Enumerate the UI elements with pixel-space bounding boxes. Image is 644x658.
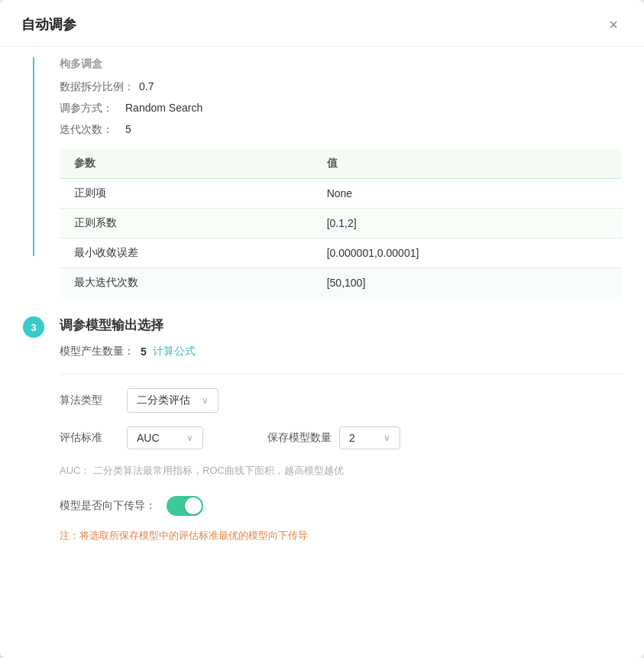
save-count-select[interactable]: 2 ∨ — [339, 426, 400, 449]
param-cell: 正则系数 — [60, 209, 313, 238]
eval-std-value: AUC — [137, 432, 160, 444]
algo-type-value: 二分类评估 — [137, 394, 190, 407]
save-count-label: 保存模型数量 — [267, 431, 332, 445]
section1-partial-title: 枸多调盒 — [60, 57, 623, 71]
eval-std-chevron-icon: ∨ — [186, 433, 193, 443]
algo-type-row: 算法类型 二分类评估 ∨ — [60, 388, 623, 413]
param-table: 参数 值 正则项None正则系数[0.1,2]最小收敛误差[0.000001,0… — [60, 148, 623, 298]
close-button[interactable]: × — [604, 15, 623, 34]
step3-section: 3 调参模型输出选择 模型产生数量： 5 计算公式 算法类型 二分类评估 — [21, 309, 623, 544]
param-cell: 最大迭代次数 — [60, 268, 313, 298]
eval-std-select[interactable]: AUC ∨ — [127, 426, 203, 449]
algo-type-chevron-icon: ∨ — [202, 395, 209, 406]
eval-std-label: 评估标准 — [60, 431, 108, 445]
data-split-value: 0.7 — [139, 79, 154, 95]
algo-type-label: 算法类型 — [60, 394, 108, 407]
table-header-value: 值 — [313, 149, 623, 179]
auc-description: AUC： 二分类算法最常用指标，ROC曲线下面积，越高模型越优 — [60, 463, 623, 479]
save-count-chevron-icon: ∨ — [383, 433, 390, 443]
toggle-row: 模型是否向下传导： — [60, 496, 623, 516]
algo-type-select[interactable]: 二分类评估 ∨ — [127, 388, 218, 413]
formula-link[interactable]: 计算公式 — [153, 345, 196, 358]
stepper-col-3: 3 — [21, 316, 46, 338]
value-cell: None — [313, 179, 623, 209]
section-divider-1 — [60, 374, 623, 374]
eval-save-row: 评估标准 AUC ∨ 保存模型数量 2 ∨ — [60, 426, 623, 449]
step3-badge: 3 — [23, 316, 44, 338]
data-split-row: 数据拆分比例： 0.7 — [60, 79, 623, 95]
value-cell: [0.1,2] — [313, 209, 623, 238]
step-line-1 — [33, 57, 34, 256]
step1-content: 枸多调盒 数据拆分比例： 0.7 调参方式： Random Search 迭代次… — [60, 57, 623, 309]
iterations-row: 迭代次数： 5 — [60, 122, 623, 138]
tune-method-value: Random Search — [125, 100, 202, 116]
step3-content: 调参模型输出选择 模型产生数量： 5 计算公式 算法类型 二分类评估 ∨ — [60, 316, 623, 544]
toggle-knob — [185, 498, 202, 514]
iterations-label: 迭代次数： — [60, 122, 121, 138]
note-text: 注：将选取所保存模型中的评估标准最优的模型向下传导 — [60, 528, 623, 544]
dialog-body: 枸多调盒 数据拆分比例： 0.7 调参方式： Random Search 迭代次… — [0, 47, 644, 566]
dialog-title: 自动调参 — [21, 15, 76, 34]
value-cell: [50,100] — [313, 268, 623, 298]
model-forward-toggle[interactable] — [167, 496, 203, 516]
data-split-label: 数据拆分比例： — [60, 79, 134, 95]
model-count-label: 模型产生数量： — [60, 345, 134, 358]
table-row: 最小收敛误差[0.000001,0.00001] — [60, 238, 623, 268]
stepper-col-1 — [21, 57, 46, 256]
table-row: 最大迭代次数[50,100] — [60, 268, 623, 298]
table-row: 正则项None — [60, 179, 623, 209]
table-row: 正则系数[0.1,2] — [60, 209, 623, 238]
save-count-group: 保存模型数量 2 ∨ — [267, 426, 400, 449]
tune-method-row: 调参方式： Random Search — [60, 100, 623, 116]
model-count-value: 5 — [141, 345, 147, 358]
value-cell: [0.000001,0.00001] — [313, 238, 623, 268]
param-cell: 正则项 — [60, 179, 313, 209]
param-cell: 最小收敛误差 — [60, 238, 313, 268]
step3-title: 调参模型输出选择 — [60, 316, 623, 334]
toggle-label: 模型是否向下传导： — [60, 499, 156, 513]
auto-tune-dialog: 自动调参 × 枸多调盒 数据拆分比例： 0.7 调参方式： Random Sea… — [0, 0, 644, 658]
iterations-value: 5 — [125, 122, 131, 138]
tune-method-label: 调参方式： — [60, 100, 121, 116]
model-count-row: 模型产生数量： 5 计算公式 — [60, 345, 623, 358]
save-count-value: 2 — [349, 432, 355, 444]
table-header-param: 参数 — [60, 149, 313, 179]
step1-section: 枸多调盒 数据拆分比例： 0.7 调参方式： Random Search 迭代次… — [21, 47, 623, 309]
dialog-header: 自动调参 × — [0, 0, 644, 47]
